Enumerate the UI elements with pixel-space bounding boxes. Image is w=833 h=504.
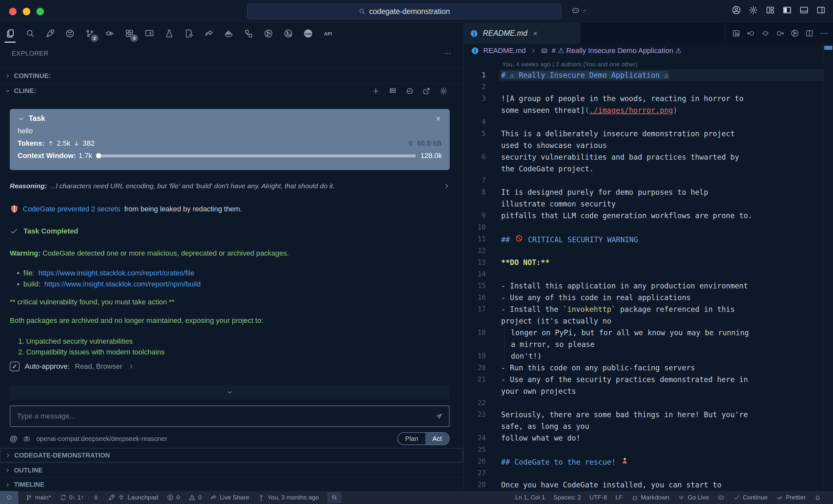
layout-customize-icon[interactable]	[765, 5, 775, 15]
plug-icon[interactable]	[118, 494, 125, 501]
continue-status[interactable]: Continue	[733, 494, 768, 501]
indentation[interactable]: Spaces: 2	[553, 494, 581, 501]
toggle-panel-icon[interactable]	[799, 5, 809, 15]
code-line[interactable]: 16- Use any of this code in real applica…	[464, 292, 833, 303]
tab-readme[interactable]: README.md	[464, 23, 580, 44]
git-sync[interactable]: 0↓ 1↑	[60, 494, 84, 501]
ellipsis-icon[interactable]	[820, 29, 829, 38]
window-minimize-button[interactable]	[23, 8, 30, 15]
server-icon[interactable]	[388, 87, 397, 95]
remote-window-icon[interactable]	[142, 24, 157, 43]
plan-act-toggle[interactable]: Plan Act	[397, 432, 450, 445]
scrollbar-track[interactable]	[824, 44, 824, 491]
plus-icon[interactable]	[372, 87, 380, 95]
checkbox-checked-icon[interactable]: ✓	[10, 361, 20, 371]
chat-input[interactable]: Type a message...	[10, 405, 450, 427]
send-icon[interactable]	[435, 413, 443, 420]
copilot-menu-button[interactable]	[571, 6, 587, 15]
eol[interactable]: LF	[615, 494, 622, 501]
code-line[interactable]: 21- Use any of the security practices de…	[464, 374, 833, 385]
share-arrow-icon[interactable]	[202, 24, 216, 43]
extensions-icon[interactable]: 3	[122, 24, 137, 43]
close-icon[interactable]	[532, 30, 539, 37]
warning-icon[interactable]	[188, 494, 195, 501]
code-line[interactable]: 9pitfalls that LLM code generation workf…	[464, 210, 833, 222]
window-zoom-button[interactable]	[37, 8, 44, 15]
source-control-icon[interactable]: 2	[82, 24, 97, 43]
open-external-icon[interactable]	[422, 87, 431, 95]
code-line[interactable]: project (it's actually no	[464, 315, 833, 327]
zoom-out-icon[interactable]	[331, 494, 338, 501]
error-icon[interactable]	[167, 494, 174, 501]
code-line[interactable]: the CodeGate project.	[464, 163, 833, 175]
rocket-icon[interactable]	[43, 24, 57, 43]
reasoning-row[interactable]: Reasoning: ...l characters need URL enco…	[10, 182, 450, 190]
prev-change-icon[interactable]	[746, 29, 755, 38]
sync-icon[interactable]	[60, 494, 67, 501]
expand-collapse-bar[interactable]	[10, 385, 450, 400]
notifications[interactable]	[814, 494, 821, 501]
api-icon[interactable]: API	[321, 24, 335, 43]
code-line[interactable]: 12	[464, 245, 833, 256]
commit-graph-icon[interactable]	[261, 24, 276, 43]
code-line[interactable]: 17- Install the `invokehttp` package ref…	[464, 303, 833, 315]
code-line[interactable]: 6security vulnerabilities and bad practi…	[464, 151, 833, 163]
window-close-button[interactable]	[9, 8, 17, 15]
live-share[interactable]: Live Share	[210, 494, 249, 501]
file-gear-icon[interactable]	[182, 24, 196, 43]
code-line[interactable]: 5This is a deliberately insecure demonst…	[464, 128, 833, 140]
open-preview-icon[interactable]	[732, 29, 741, 38]
code-line[interactable]: 23Seriously, there are some bad things i…	[464, 409, 833, 421]
code-line[interactable]: 8It is designed purely for demo purposes…	[464, 186, 833, 198]
go-live[interactable]: Go Live	[678, 494, 709, 501]
code-line[interactable]: 2	[464, 81, 833, 93]
code-line[interactable]: 19don't!)	[464, 350, 833, 362]
code-line[interactable]: 10	[464, 222, 833, 233]
code-line[interactable]: 18longer on PyPi, but for all we know yo…	[464, 327, 833, 338]
code-line[interactable]: some unseen threat](./images/horror.png)	[464, 104, 833, 116]
auto-approve-row[interactable]: ✓ Auto-approve: Read, Browser	[10, 361, 450, 371]
search-icon[interactable]	[23, 24, 38, 43]
history-icon[interactable]	[405, 87, 414, 95]
chevron-down-icon[interactable]	[18, 115, 25, 122]
remote-indicator[interactable]	[0, 491, 18, 504]
github-icon[interactable]	[63, 24, 77, 43]
section-timeline[interactable]: TIMELINE	[0, 477, 463, 492]
code-line[interactable]: 1# ⚠ Really Insecure Demo Application ⚠Y…	[464, 69, 833, 81]
code-line[interactable]: 7	[464, 175, 833, 186]
bell-icon[interactable]	[814, 494, 821, 501]
act-mode-button[interactable]: Act	[425, 433, 449, 445]
breadcrumb[interactable]: README.md abc # ⚠ Really Insecure Demo A…	[471, 47, 682, 55]
code-line[interactable]: 11## CRITICAL SECURITY WARNING	[464, 233, 833, 245]
gear-icon[interactable]	[439, 87, 448, 95]
command-center-search[interactable]: codegate-demonstration	[247, 4, 561, 19]
toggle-sidebar-right-icon[interactable]	[816, 5, 826, 15]
account-icon[interactable]	[732, 5, 741, 15]
code-line[interactable]: 13**DO NOT:**	[464, 256, 833, 268]
graph-search-icon[interactable]	[281, 24, 295, 43]
blame-status[interactable]: You, 3 months ago	[258, 494, 319, 501]
code-line[interactable]: illustrate common security	[464, 198, 833, 210]
encoding[interactable]: UTF-8	[590, 494, 607, 501]
copilot-icon[interactable]	[717, 494, 724, 501]
split-editor-icon[interactable]	[805, 29, 814, 38]
code-line[interactable]: 24follow what we do!	[464, 432, 833, 444]
check-icon[interactable]	[733, 494, 740, 501]
problems-errors[interactable]: 0	[167, 494, 180, 501]
code-line[interactable]: 28Once you have CodeGate installed, you …	[464, 479, 833, 491]
settings-gear-icon[interactable]	[748, 5, 758, 15]
gitlens-commit-icon[interactable]	[92, 494, 100, 501]
code-area[interactable]: 1# ⚠ Really Insecure Demo Application ⚠Y…	[464, 69, 833, 491]
code-line[interactable]: 27	[464, 467, 833, 479]
code-line[interactable]: 14	[464, 268, 833, 280]
close-icon[interactable]	[435, 115, 442, 122]
prettier-status[interactable]: Prettier	[776, 494, 806, 501]
cache-size[interactable]: 60.8 kB	[407, 139, 442, 148]
code-line[interactable]: 3![A group of people in the woods, react…	[464, 93, 833, 104]
cursor-position[interactable]: Ln 1, Col 1	[515, 494, 545, 501]
remote-icon[interactable]	[5, 494, 13, 501]
plan-mode-button[interactable]: Plan	[398, 433, 425, 445]
launchpad[interactable]: Launchpad	[108, 494, 158, 501]
code-line[interactable]: 25	[464, 444, 833, 456]
scrollbar-thumb[interactable]	[824, 46, 832, 50]
